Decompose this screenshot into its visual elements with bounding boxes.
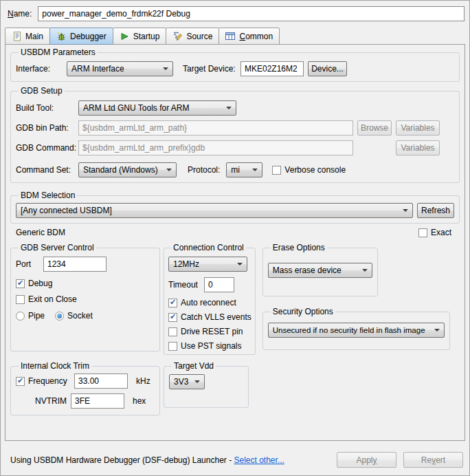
target-device-field[interactable] (240, 61, 304, 76)
pipe-label: Pipe (28, 311, 45, 321)
erase-options-title: Erase Options (271, 243, 327, 252)
tab-startup[interactable]: Startup (113, 28, 167, 45)
chevron-down-icon (226, 107, 232, 109)
exact-checkbox[interactable] (418, 228, 427, 237)
command-set-label: Command Set: (16, 165, 78, 175)
bug-icon (56, 31, 67, 41)
apply-button[interactable]: Apply (337, 452, 396, 468)
port-label: Port (16, 259, 43, 269)
gdb-command-label: GDB Command: (16, 143, 78, 153)
security-options-group: Security Options Unsecured if no securit… (262, 307, 450, 350)
security-options-dropdown[interactable]: Unsecured if no security field in flash … (268, 323, 445, 338)
pipe-radio[interactable] (16, 312, 25, 321)
document-icon (12, 31, 22, 41)
tab-common[interactable]: Common (219, 28, 280, 45)
frequency-checkbox[interactable] (16, 377, 25, 386)
debug-checkbox[interactable] (16, 279, 25, 288)
catch-vlls-events-checkbox[interactable] (168, 313, 177, 322)
nvtrim-unit-label: hex (133, 396, 146, 406)
target-device-label: Target Device: (183, 64, 240, 74)
build-tool-dropdown[interactable]: ARM Ltd GNU Tools for ARM (78, 100, 236, 116)
source-icon (172, 31, 183, 41)
build-tool-label: Build Tool: (16, 103, 78, 113)
connection-speed-dropdown[interactable]: 12MHz (168, 257, 247, 272)
debug-configuration-window: Name: Main Debugger (0, 0, 470, 476)
timeout-input[interactable] (204, 277, 234, 292)
auto-reconnect-label: Auto reconnect (181, 298, 236, 307)
name-input[interactable] (38, 6, 465, 21)
exit-on-close-label: Exit on Close (28, 294, 77, 304)
exit-on-close-checkbox[interactable] (16, 295, 25, 304)
chevron-down-icon (163, 67, 168, 70)
internal-clock-trim-title: Internal Clock Trim (19, 361, 91, 371)
usbdm-parameters-group: USBDM Parameters Interface: ARM Interfac… (10, 47, 460, 82)
protocol-label: Protocol: (188, 165, 220, 175)
protocol-dropdown[interactable]: mi (226, 162, 262, 177)
variables-button[interactable]: Variables (396, 120, 440, 136)
tab-source-label: Source (186, 32, 212, 41)
tab-debugger-label: Debugger (70, 32, 107, 41)
nvtrim-label: NVTRIM (16, 396, 71, 406)
revert-button[interactable]: Revert (403, 452, 463, 468)
connection-control-group: Connection Control 12MHz Timeout Auto re… (164, 243, 256, 355)
verbose-console-checkbox[interactable] (272, 166, 281, 175)
verbose-console-label: Verbose console (284, 165, 346, 175)
table-icon (225, 31, 236, 41)
name-label: Name: (8, 9, 32, 19)
debugger-tab-panel: USBDM Parameters Interface: ARM Interfac… (5, 44, 465, 441)
socket-radio[interactable] (55, 312, 64, 321)
port-input[interactable] (43, 257, 107, 272)
tab-debugger[interactable]: Debugger (49, 28, 113, 45)
use-pst-signals-checkbox[interactable] (168, 342, 177, 351)
gdb-bin-path-field[interactable] (78, 120, 353, 136)
exact-label: Exact (431, 228, 451, 237)
bdm-dropdown[interactable]: [Any connected USBDM] (16, 203, 413, 218)
frequency-input[interactable] (74, 374, 128, 389)
name-row: Name: (1, 1, 469, 25)
chevron-down-icon (237, 263, 243, 266)
gdb-server-control-group: GDB Server Control Port Debug Exit on Cl… (10, 243, 160, 351)
chevron-down-icon (194, 380, 200, 383)
internal-clock-trim-group: Internal Clock Trim Frequency kHz NVTRIM… (10, 361, 160, 415)
use-pst-signals-label: Use PST signals (181, 341, 241, 351)
chevron-down-icon (252, 169, 258, 171)
catch-vlls-events-label: Catch VLLS events (181, 312, 251, 322)
gdb-setup-title: GDB Setup (19, 86, 65, 96)
device-button[interactable]: Device... (308, 61, 347, 76)
erase-options-group: Erase Options Mass erase device (262, 243, 378, 296)
variables-button-2[interactable]: Variables (396, 140, 440, 155)
tab-bar: Main Debugger Startup (5, 28, 465, 44)
select-other-link[interactable]: Select other... (234, 455, 284, 465)
gdb-command-field[interactable] (78, 140, 353, 155)
drive-reset-pin-label: Drive RESET pin (181, 327, 243, 336)
chevron-down-icon (362, 269, 368, 272)
refresh-button[interactable]: Refresh (417, 203, 454, 218)
erase-options-dropdown[interactable]: Mass erase device (268, 263, 372, 278)
tab-startup-label: Startup (133, 32, 160, 41)
socket-label: Socket (67, 311, 93, 321)
target-vdd-group: Target Vdd 3V3 (164, 361, 249, 408)
interface-dropdown[interactable]: ARM Interface (67, 61, 173, 76)
gdb-server-control-title: GDB Server Control (19, 243, 96, 252)
bdm-selection-group: BDM Selection [Any connected USBDM] Refr… (10, 191, 460, 224)
connection-control-title: Connection Control (171, 243, 246, 252)
tab-main[interactable]: Main (5, 28, 50, 45)
tab-source[interactable]: Source (166, 28, 219, 45)
bdm-selection-title: BDM Selection (19, 191, 77, 200)
auto-reconnect-checkbox[interactable] (168, 299, 177, 307)
launcher-text: Using USBDM Hardware Debugger (DSF-debug… (10, 455, 284, 465)
nvtrim-input[interactable] (71, 393, 124, 409)
gdb-bin-path-label: GDB bin Path: (16, 123, 78, 133)
target-vdd-title: Target Vdd (172, 361, 216, 371)
target-vdd-dropdown[interactable]: 3V3 (169, 374, 205, 389)
usbdm-parameters-title: USBDM Parameters (19, 47, 98, 57)
generic-bdm-label: Generic BDM (16, 228, 65, 237)
drive-reset-pin-checkbox[interactable] (168, 327, 177, 336)
tab-main-label: Main (25, 32, 43, 41)
browse-button[interactable]: Browse (357, 120, 392, 136)
footer-bar: Using USBDM Hardware Debugger (DSF-debug… (1, 441, 469, 468)
play-icon (120, 31, 130, 41)
interface-label: Interface: (16, 64, 67, 74)
security-options-title: Security Options (271, 307, 335, 316)
command-set-dropdown[interactable]: Standard (Windows) (78, 162, 177, 177)
